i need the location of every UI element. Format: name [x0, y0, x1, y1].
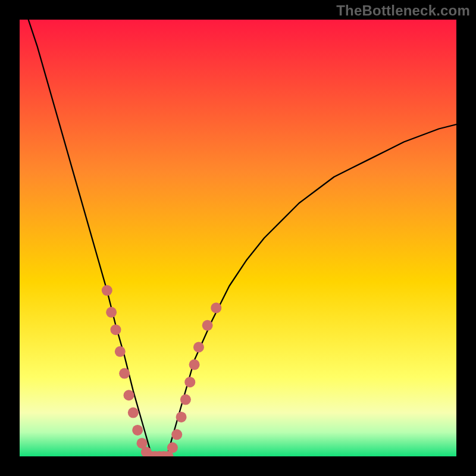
- gradient-bg: [20, 20, 456, 456]
- marker-dot: [128, 408, 139, 418]
- plot-frame: [20, 20, 456, 456]
- marker-dot: [171, 429, 182, 440]
- marker-dot: [180, 394, 191, 405]
- marker-dot: [102, 285, 112, 296]
- marker-dot: [132, 425, 143, 436]
- marker-dot: [106, 307, 117, 318]
- marker-dot: [176, 412, 187, 422]
- marker-dot: [211, 302, 221, 313]
- chart-svg: [20, 20, 456, 456]
- marker-dot: [193, 342, 204, 353]
- marker-dot: [184, 377, 195, 387]
- marker-dot: [167, 442, 178, 453]
- marker-dot: [115, 346, 126, 357]
- marker-dot: [189, 359, 200, 370]
- marker-dot: [202, 320, 213, 331]
- marker-dot: [110, 324, 121, 335]
- watermark-text: TheBottleneck.com: [336, 2, 470, 19]
- marker-dot: [119, 368, 130, 379]
- chart-stage: TheBottleneck.com: [0, 0, 476, 476]
- marker-dot: [124, 390, 134, 400]
